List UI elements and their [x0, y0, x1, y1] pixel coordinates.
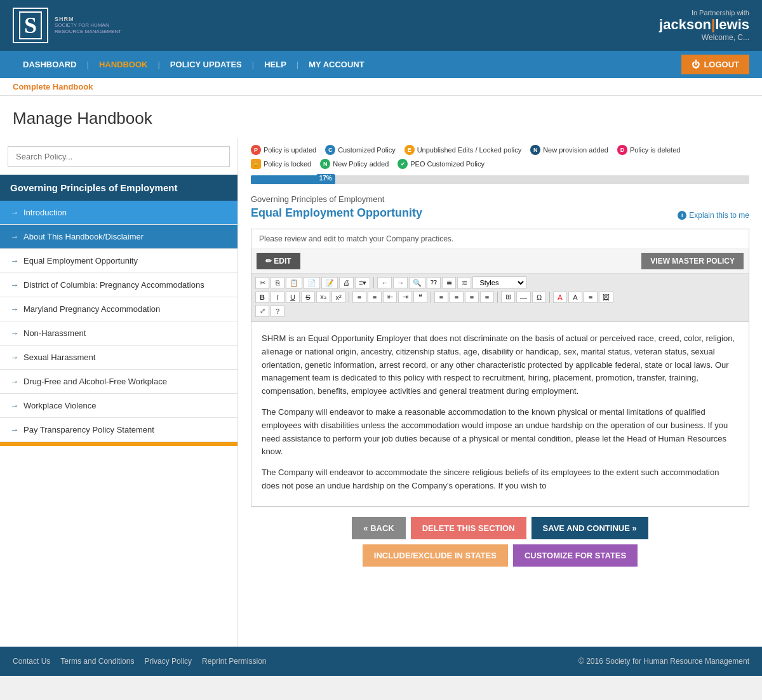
sidebar-item-label-sexual-harassment: Sexual Harassment [23, 353, 95, 362]
toolbar-separator-3 [431, 292, 431, 303]
arrow-icon-pay-transparency: → [10, 425, 18, 434]
tool-subscript[interactable]: x₂ [316, 291, 330, 303]
tool-spellcheck[interactable]: ≡▾ [355, 277, 370, 289]
main-container: Governing Principles of Employment → Int… [0, 138, 762, 647]
footer-terms[interactable]: Terms and Conditions [60, 657, 134, 666]
editor-toolbar: ✂ ⎘ 📋 📄 📝 🖨 ≡▾ ← → 🔍 ⁇ ≣ ≋ [251, 274, 749, 322]
tool-copy[interactable]: ⎘ [271, 277, 284, 288]
tool-align-center[interactable]: ≡ [450, 292, 464, 303]
tool-image[interactable]: 🖼 [599, 292, 613, 303]
tool-insert-table[interactable]: ≣ [442, 277, 456, 289]
page-title: Manage Handbook [13, 109, 749, 128]
search-input[interactable] [8, 146, 230, 167]
tool-ordered-list[interactable]: ≡ [352, 292, 366, 303]
tool-fullscreen[interactable]: ⤢ [255, 305, 269, 317]
tool-cut[interactable]: ✂ [255, 277, 269, 289]
shrm-logo: S [13, 8, 48, 43]
tool-remove-format[interactable]: ≋ [457, 277, 471, 289]
arrow-icon-introduction: → [10, 208, 18, 217]
policy-breadcrumb: Governing Principles of Employment [251, 194, 749, 204]
toolbar-row-3: ⤢ ? [255, 305, 745, 317]
legend-label-locked: Policy is locked [264, 160, 311, 168]
shrm-acronym: SHRM [55, 16, 121, 22]
footer-reprint[interactable]: Reprint Permission [202, 657, 266, 666]
breadcrumb: Complete Handbook [0, 78, 762, 96]
tool-superscript[interactable]: x² [331, 292, 345, 303]
footer-privacy[interactable]: Privacy Policy [144, 657, 192, 666]
legend-item-updated: P Policy is updated [251, 145, 316, 155]
tool-print[interactable]: 🖨 [339, 277, 354, 288]
tool-table[interactable]: ⊞ [501, 291, 515, 303]
badge-locked: 🔒 [251, 159, 261, 169]
save-continue-button[interactable]: SAVE AND CONTINUE » [531, 517, 648, 539]
tool-align-left[interactable]: ≡ [434, 292, 448, 303]
tool-font-color[interactable]: A [553, 292, 567, 303]
toolbar-separator-4 [497, 292, 498, 303]
view-master-button[interactable]: VIEW MASTER POLICY [641, 253, 744, 269]
header: S SHRM SOCIETY FOR HUMANRESOURCE MANAGEM… [0, 0, 762, 51]
tool-strikethrough[interactable]: S [301, 292, 315, 303]
logout-button[interactable]: ⏻ LOGOUT [681, 55, 749, 74]
footer-contact[interactable]: Contact Us [13, 657, 50, 666]
tool-select-all[interactable]: ⁇ [427, 277, 441, 289]
tool-special-char[interactable]: Ω [532, 292, 546, 303]
sidebar-item-sexual-harassment[interactable]: → Sexual Harassment [0, 346, 237, 370]
sidebar-item-pay-transparency[interactable]: → Pay Transparency Policy Statement [0, 418, 237, 442]
sidebar-item-about[interactable]: → About This Handbook/Disclaimer [0, 225, 237, 249]
styles-dropdown[interactable]: Styles Normal Heading 1 Heading 2 [472, 276, 526, 289]
tool-paste-word[interactable]: 📝 [321, 277, 338, 289]
sidebar-item-non-harassment[interactable]: → Non-Harassment [0, 321, 237, 346]
toolbar-separator-1 [373, 277, 374, 288]
explain-link-text: Explain this to me [689, 211, 749, 220]
shrm-text-block: SHRM SOCIETY FOR HUMANRESOURCE MANAGEMEN… [55, 16, 121, 36]
editor-paragraph-3: The Company will endeavor to accommodate… [262, 466, 739, 493]
badge-d: D [617, 145, 627, 155]
sidebar-item-label-about: About This Handbook/Disclaimer [23, 232, 144, 241]
tool-help[interactable]: ? [271, 306, 284, 317]
editor-top-bar: ✏ EDIT VIEW MASTER POLICY [251, 249, 749, 274]
main-wrapper: Manage Handbook Governing Principles of … [0, 96, 762, 647]
tool-find[interactable]: 🔍 [409, 277, 425, 289]
tool-undo[interactable]: ← [377, 277, 392, 288]
tool-hr[interactable]: — [516, 292, 531, 303]
nav-policy-updates[interactable]: POLICY UPDATES [160, 51, 252, 78]
tool-link[interactable]: ≡ [584, 292, 598, 303]
customize-states-button[interactable]: CUSTOMIZE FOR STATES [513, 544, 638, 567]
explain-link[interactable]: i Explain this to me [678, 211, 749, 220]
edit-button[interactable]: ✏ EDIT [257, 253, 300, 269]
tool-align-justify[interactable]: ≡ [480, 292, 494, 303]
secondary-action-buttons: INCLUDE/EXCLUDE IN STATES CUSTOMIZE FOR … [251, 544, 749, 567]
tool-indent[interactable]: ⇥ [398, 291, 412, 303]
editor-body[interactable]: SHRM is an Equal Opportunity Employer th… [251, 322, 749, 506]
tool-bold[interactable]: B [255, 292, 269, 303]
sidebar-item-workplace-violence[interactable]: → Workplace Violence [0, 394, 237, 418]
tool-redo[interactable]: → [393, 277, 408, 288]
sidebar-item-eeo[interactable]: → Equal Employment Opportunity [0, 249, 237, 273]
tool-unordered-list[interactable]: ≡ [368, 292, 382, 303]
instruction-text: Please review and edit to match your Com… [251, 229, 749, 249]
tool-paste-text[interactable]: 📄 [304, 277, 320, 289]
sidebar-item-label-md-pregnancy: Maryland Pregnancy Accommodation [23, 304, 160, 314]
page-title-area: Manage Handbook [0, 96, 762, 128]
tool-outdent[interactable]: ⇤ [383, 291, 397, 303]
nav-help[interactable]: HELP [254, 51, 297, 78]
tool-underline[interactable]: U [286, 292, 300, 303]
sidebar-item-introduction[interactable]: → Introduction [0, 201, 237, 225]
include-exclude-button[interactable]: INCLUDE/EXCLUDE IN STATES [363, 544, 508, 567]
breadcrumb-link[interactable]: Complete Handbook [13, 82, 93, 91]
delete-section-button[interactable]: DELETE THIS SECTION [411, 517, 526, 539]
nav-handbook[interactable]: HANDBOOK [89, 51, 158, 78]
sidebar-item-dc-pregnancy[interactable]: → District of Columbia: Pregnancy Accomm… [0, 273, 237, 297]
tool-paste[interactable]: 📋 [286, 277, 302, 289]
tool-align-right[interactable]: ≡ [465, 292, 479, 303]
shrm-full-name: SOCIETY FOR HUMANRESOURCE MANAGEMENT [55, 22, 121, 36]
back-button[interactable]: « BACK [352, 517, 405, 539]
legend-label-unpublished: Unpublished Edits / Locked policy [417, 146, 521, 154]
tool-italic[interactable]: I [271, 292, 284, 303]
tool-bg-color[interactable]: A [568, 292, 582, 303]
nav-my-account[interactable]: MY ACCOUNT [298, 51, 374, 78]
sidebar-item-drug-free[interactable]: → Drug-Free and Alcohol-Free Workplace [0, 370, 237, 394]
nav-dashboard[interactable]: DASHBOARD [13, 51, 87, 78]
tool-blockquote[interactable]: ❝ [413, 291, 427, 303]
sidebar-item-md-pregnancy[interactable]: → Maryland Pregnancy Accommodation [0, 297, 237, 321]
